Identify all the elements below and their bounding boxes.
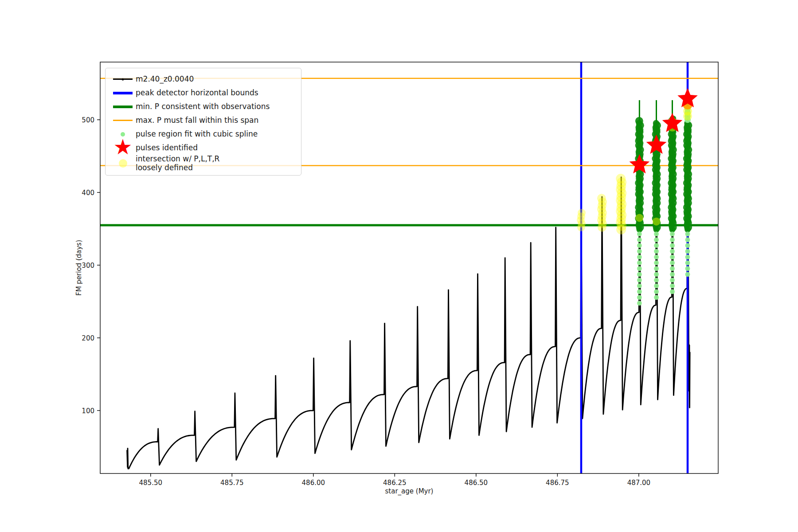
spline-fit-dot: [654, 295, 659, 300]
legend-item-series: m2.40_z0.0040: [110, 72, 297, 86]
spline-fit-dot: [637, 301, 642, 305]
blue-line-icon: [110, 92, 136, 94]
legend-item-intersection: intersection w/ P,L,T,R loosely defined: [110, 155, 297, 172]
spline-fit-dot: [654, 249, 659, 254]
spline-fit-dot: [670, 278, 675, 282]
spline-fit-dot: [685, 272, 690, 277]
spline-fit-dot: [637, 283, 642, 288]
spline-fit-dot: [654, 283, 659, 288]
spline-fit-dot: [654, 289, 659, 294]
series-line-icon: [110, 78, 136, 80]
spline-fit-dot: [654, 266, 659, 271]
y-tick-label: 500: [82, 116, 94, 124]
spline-fit-dot: [637, 243, 642, 248]
x-tick-label: 487.00: [627, 479, 651, 487]
legend-item-spline: pulse region fit with cubic spline: [110, 127, 297, 141]
intersection-dot: [653, 218, 661, 226]
spline-fit-dot: [670, 289, 675, 294]
y-tick-label: 100: [82, 407, 94, 415]
spline-fit-dot: [637, 272, 642, 277]
spline-fit-dot: [670, 272, 675, 277]
spline-fit-dot: [685, 231, 690, 236]
spline-fit-dot: [637, 249, 642, 254]
legend-label: m2.40_z0.0040: [136, 75, 194, 84]
y-tick-label: 400: [82, 189, 94, 197]
figure: 485.50485.75486.00486.25486.50486.75487.…: [0, 0, 798, 532]
spline-fit-dot: [637, 266, 642, 271]
spline-fit-dot: [685, 243, 690, 248]
pulse-scatter: [577, 100, 692, 306]
yellow-dot-icon: [110, 159, 136, 168]
pulse-region-dot: [653, 120, 659, 126]
intersection-dot: [578, 209, 586, 217]
spline-fit-dot: [685, 260, 690, 265]
legend-item-peak-bounds: peak detector horizontal bounds: [110, 86, 297, 100]
x-tick-label: 486.75: [546, 479, 569, 487]
spline-fit-dot: [670, 237, 675, 242]
x-axis-label: star_age (Myr): [385, 487, 434, 496]
pulse-region-dot: [635, 117, 643, 125]
legend-label: peak detector horizontal bounds: [136, 89, 258, 98]
spline-fit-dot: [654, 237, 659, 242]
spline-fit-dot: [670, 243, 675, 248]
spline-fit-dot: [654, 231, 659, 236]
spline-fit-dot: [685, 249, 690, 254]
y-tick-label: 300: [82, 262, 94, 270]
spline-fit-dot: [637, 254, 642, 259]
y-tick-label: 200: [82, 334, 94, 342]
legend-item-max-p: max. P must fall within this span: [110, 113, 297, 127]
spline-fit-dot: [685, 237, 690, 242]
legend-label: pulses identified: [136, 144, 198, 153]
spline-fit-dot: [654, 260, 659, 265]
spline-fit-dot: [670, 260, 675, 265]
spline-fit-dot: [637, 289, 642, 294]
intersection-dot: [597, 194, 606, 203]
orange-line-icon: [110, 120, 136, 121]
legend-label: pulse region fit with cubic spline: [136, 130, 258, 139]
intersection-dot: [616, 174, 626, 184]
legend-item-min-p: min. P consistent with observations: [110, 100, 297, 113]
spline-fit-dot: [670, 249, 675, 254]
spline-fit-dot: [670, 254, 675, 259]
legend-item-pulses: ★ pulses identified: [110, 141, 297, 155]
red-star-icon: ★: [110, 141, 136, 155]
intersection-dot: [635, 214, 643, 222]
spline-fit-dot: [637, 278, 642, 282]
spline-fit-dot: [654, 243, 659, 248]
spline-fit-dot: [670, 283, 675, 288]
legend-label: max. P must fall within this span: [136, 116, 258, 125]
spline-fit-dot: [685, 254, 690, 259]
x-tick-label: 486.50: [465, 479, 488, 487]
legend-label: intersection w/ P,L,T,R loosely defined: [136, 155, 219, 172]
spline-fit-dot: [637, 295, 642, 300]
x-tick-label: 486.25: [383, 479, 407, 487]
y-axis-label: FM period (days): [75, 240, 83, 296]
spline-fit-dot: [670, 266, 675, 271]
x-tick-label: 485.50: [139, 479, 163, 487]
legend: m2.40_z0.0040 peak detector horizontal b…: [105, 68, 301, 176]
x-tick-label: 485.75: [220, 479, 244, 487]
spline-fit-dot: [637, 231, 642, 236]
spline-fit-dot: [654, 278, 659, 282]
spline-fit-dot: [685, 266, 690, 271]
spline-fit-dot: [637, 260, 642, 265]
spline-fit-dot: [654, 254, 659, 259]
legend-label: min. P consistent with observations: [136, 102, 270, 111]
green-line-icon: [110, 106, 136, 108]
x-tick-label: 486.00: [302, 479, 325, 487]
spline-fit-dot: [670, 231, 675, 236]
spline-fit-dot: [637, 237, 642, 242]
spline-fit-dot: [654, 272, 659, 277]
